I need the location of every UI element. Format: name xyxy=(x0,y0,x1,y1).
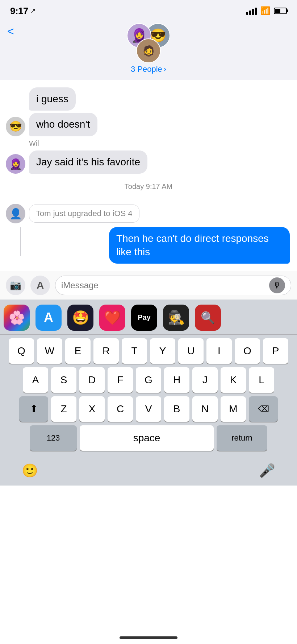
message-row: 🧕 Jay said it's his favorite xyxy=(6,150,291,174)
applepay-app-icon[interactable]: Pay xyxy=(131,305,157,331)
outgoing-message-bubble: Then he can't do direct responses like t… xyxy=(109,227,290,264)
space-key[interactable]: space xyxy=(80,425,214,451)
back-button[interactable]: < xyxy=(7,25,14,38)
avatar-group: 🧕 😎 🧔 xyxy=(123,23,174,63)
key-r[interactable]: R xyxy=(93,338,119,364)
key-w[interactable]: W xyxy=(37,338,62,364)
heart-app-icon[interactable]: ❤️ xyxy=(99,305,125,331)
thread-line xyxy=(20,227,21,256)
input-area: 📷 A 🎙 xyxy=(0,271,297,300)
status-bar: 9:17 ↗ 📶 xyxy=(0,0,297,20)
key-h[interactable]: H xyxy=(164,367,189,393)
key-j[interactable]: J xyxy=(192,367,218,393)
key-d[interactable]: D xyxy=(79,367,105,393)
message-text: i guess xyxy=(36,93,68,104)
keyboard-row-4: 123 space return xyxy=(2,425,295,451)
home-indicator xyxy=(120,636,177,639)
shift-key[interactable]: ⬆ xyxy=(19,396,48,422)
message-text: who doesn't xyxy=(36,119,90,130)
signal-bar-2 xyxy=(249,11,251,15)
key-q[interactable]: Q xyxy=(9,338,34,364)
key-c[interactable]: C xyxy=(108,396,133,422)
key-l[interactable]: L xyxy=(249,367,274,393)
key-y[interactable]: Y xyxy=(150,338,175,364)
conversation-header: < 🧕 😎 🧔 3 People › xyxy=(0,20,297,80)
return-key[interactable]: return xyxy=(217,425,267,451)
key-z[interactable]: Z xyxy=(51,396,76,422)
message-row: i guess xyxy=(6,87,291,111)
key-x[interactable]: X xyxy=(79,396,105,422)
battery-icon xyxy=(274,8,287,14)
keyboard-row-1: Q W E R T Y U I O P xyxy=(2,338,295,364)
emoji-button[interactable]: 🙂 xyxy=(22,463,38,478)
key-s[interactable]: S xyxy=(51,367,76,393)
memoji-app-icon[interactable]: 🤩 xyxy=(67,305,93,331)
signal-bar-1 xyxy=(246,12,248,15)
system-message-row: 👤 Tom just upgraded to iOS 4 xyxy=(6,204,291,223)
microphone-button[interactable]: 🎤 xyxy=(259,463,275,478)
system-message-bubble: Tom just upgraded to iOS 4 xyxy=(29,205,139,223)
signal-bars xyxy=(246,7,257,15)
appstore-letter-icon: A xyxy=(44,310,53,325)
key-n[interactable]: N xyxy=(192,396,218,422)
key-m[interactable]: M xyxy=(221,396,246,422)
backspace-key[interactable]: ⌫ xyxy=(249,396,278,422)
camera-icon: 📷 xyxy=(10,280,21,291)
message-input[interactable] xyxy=(61,280,269,290)
keyboard: Q W E R T Y U I O P A S D F G H J K L ⬆ … xyxy=(0,335,297,457)
sender-avatar-wil: 😎 xyxy=(6,117,25,136)
key-a[interactable]: A xyxy=(23,367,48,393)
key-i[interactable]: I xyxy=(206,338,232,364)
face-app-icon[interactable]: 🕵️ xyxy=(163,305,189,331)
signal-bar-3 xyxy=(252,9,254,15)
message-input-wrapper[interactable]: 🎙 xyxy=(55,276,291,295)
message-bubble: who doesn't xyxy=(29,113,97,136)
key-u[interactable]: U xyxy=(178,338,204,364)
appstore-icon: A xyxy=(37,280,44,291)
key-g[interactable]: G xyxy=(136,367,161,393)
group-name-button[interactable]: 3 People › xyxy=(131,65,166,74)
key-b[interactable]: B xyxy=(164,396,189,422)
message-bubble: Jay said it's his favorite xyxy=(29,150,147,174)
system-avatar: 👤 xyxy=(6,204,25,223)
app-strip: 🌸 A 🤩 ❤️ Pay 🕵️ 🔍 xyxy=(0,300,297,335)
status-icons: 📶 xyxy=(246,6,287,16)
applepay-label: Pay xyxy=(138,313,151,322)
chevron-right-icon: › xyxy=(164,65,166,74)
signal-bar-4 xyxy=(255,8,257,15)
group-name-label: 3 People xyxy=(131,65,162,74)
photos-app-icon[interactable]: 🌸 xyxy=(4,305,30,331)
timestamp-label: Today 9:17 AM xyxy=(6,182,291,191)
audio-icon: 🎙 xyxy=(273,281,281,290)
key-f[interactable]: F xyxy=(108,367,133,393)
messages-area: i guess 😎 who doesn't Wil 🧕 Jay said it'… xyxy=(0,80,297,271)
sender-name-label: Wil xyxy=(29,139,291,148)
bottom-bar: 🙂 🎤 xyxy=(0,457,297,486)
camera-button[interactable]: 📷 xyxy=(6,276,25,295)
key-k[interactable]: K xyxy=(221,367,246,393)
thread-connector xyxy=(16,227,25,264)
status-time: 9:17 xyxy=(10,5,28,17)
audio-button[interactable]: 🎙 xyxy=(269,277,285,293)
keyboard-row-3: ⬆ Z X C V B N M ⌫ xyxy=(2,396,295,422)
message-text: Jay said it's his favorite xyxy=(36,156,140,168)
message-row: 😎 who doesn't xyxy=(6,113,291,136)
sender-avatar-other: 🧕 xyxy=(6,154,25,174)
appstore-app-icon[interactable]: A xyxy=(35,305,62,331)
key-t[interactable]: T xyxy=(122,338,147,364)
avatar-3: 🧔 xyxy=(136,38,161,63)
numbers-key[interactable]: 123 xyxy=(30,425,77,451)
system-message-text: Tom just upgraded to iOS 4 xyxy=(36,209,133,218)
key-v[interactable]: V xyxy=(136,396,161,422)
search-app-icon[interactable]: 🔍 xyxy=(195,305,221,331)
key-o[interactable]: O xyxy=(235,338,260,364)
battery-fill xyxy=(275,9,280,13)
keyboard-row-2: A S D F G H J K L xyxy=(2,367,295,393)
appstore-button[interactable]: A xyxy=(30,276,50,295)
message-bubble: i guess xyxy=(29,87,76,111)
location-icon: ↗ xyxy=(30,7,36,15)
wifi-icon: 📶 xyxy=(260,6,270,16)
key-e[interactable]: E xyxy=(65,338,91,364)
key-p[interactable]: P xyxy=(263,338,288,364)
outgoing-message-text: Then he can't do direct responses like t… xyxy=(116,233,269,257)
